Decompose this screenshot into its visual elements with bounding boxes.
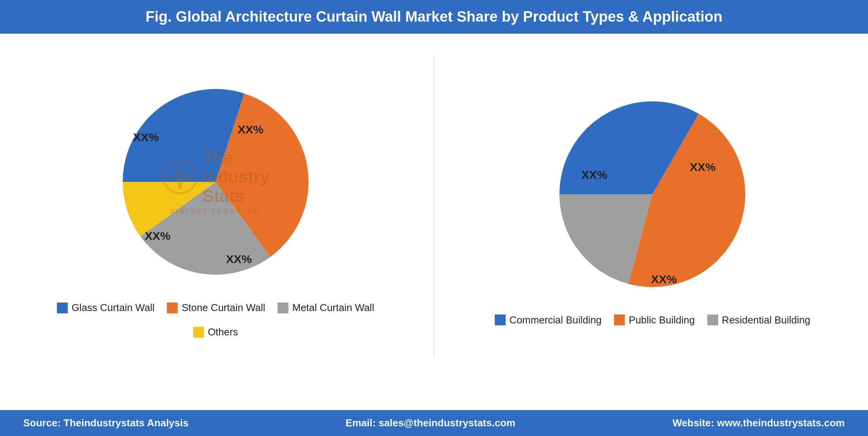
svg-text:XX%: XX%	[651, 273, 677, 286]
legend-item-commercial: Commercial Building	[495, 314, 602, 326]
footer-source: Source: Theindustrystats Analysis	[23, 417, 189, 429]
chart1-legend: Glass Curtain Wall Stone Curtain Wall Me…	[41, 302, 390, 338]
header-title-text: Fig. Global Architecture Curtain Wall Ma…	[146, 9, 722, 25]
legend-color-public	[614, 315, 625, 325]
legend-label-stone: Stone Curtain Wall	[182, 302, 265, 314]
legend-label-residential: Residential Building	[722, 314, 810, 326]
chart1-pie: XX% XX% XX% XX% The Industry Stats	[107, 74, 324, 290]
footer-website: Website: www.theindustrystats.com	[672, 417, 845, 429]
svg-text:XX%: XX%	[133, 131, 159, 144]
page-title: Fig. Global Architecture Curtain Wall Ma…	[0, 0, 868, 34]
legend-item-others: Others	[193, 326, 238, 338]
svg-text:XX%: XX%	[582, 168, 607, 181]
svg-text:XX%: XX%	[690, 161, 716, 173]
legend-color-others	[193, 327, 204, 338]
chart2-legend: Commercial Building Public Building Resi…	[495, 314, 810, 326]
legend-label-public: Public Building	[629, 314, 695, 326]
legend-color-commercial	[495, 315, 506, 325]
legend-item-stone: Stone Curtain Wall	[167, 302, 265, 314]
legend-color-stone	[167, 303, 178, 313]
chart2-pie: XX% XX% XX%	[544, 86, 761, 303]
svg-text:XX%: XX%	[237, 123, 263, 136]
legend-item-glass: Glass Curtain Wall	[57, 302, 154, 314]
footer-email: Email: sales@theindustrystats.com	[346, 417, 516, 429]
svg-text:XX%: XX%	[144, 229, 170, 242]
legend-label-commercial: Commercial Building	[509, 314, 602, 326]
legend-label-others: Others	[208, 326, 238, 338]
legend-color-residential	[707, 315, 718, 325]
chart1-container: XX% XX% XX% XX% The Industry Stats	[41, 74, 390, 338]
legend-item-metal: Metal Curtain Wall	[278, 302, 374, 314]
legend-item-residential: Residential Building	[707, 314, 810, 326]
main-content: XX% XX% XX% XX% The Industry Stats	[0, 34, 868, 362]
legend-color-glass	[57, 303, 68, 313]
legend-color-metal	[278, 303, 288, 313]
chart2-container: XX% XX% XX% Commercial Building Public B…	[478, 86, 827, 326]
chart-divider	[434, 55, 434, 357]
legend-label-glass: Glass Curtain Wall	[72, 302, 154, 314]
footer: Source: Theindustrystats Analysis Email:…	[0, 410, 868, 436]
legend-label-metal: Metal Curtain Wall	[292, 302, 374, 314]
legend-item-public: Public Building	[614, 314, 695, 326]
svg-text:XX%: XX%	[226, 253, 252, 265]
